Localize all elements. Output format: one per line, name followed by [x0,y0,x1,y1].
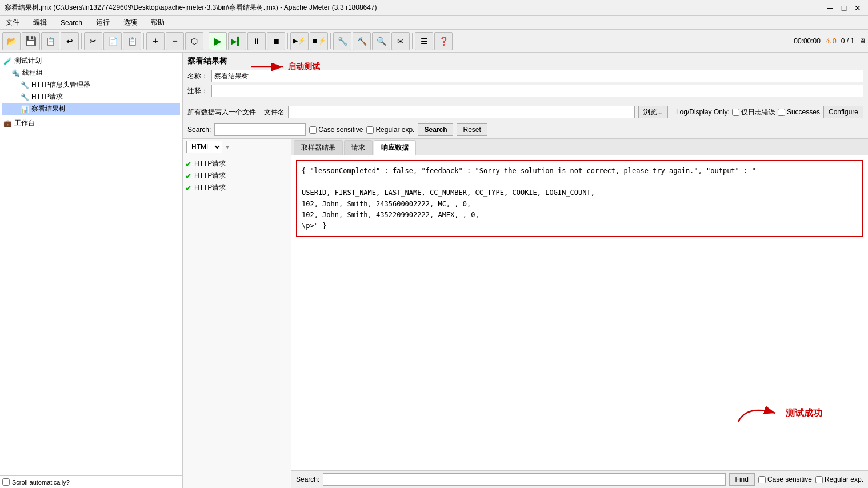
scroll-auto-row: Scroll automatically? [0,475,182,488]
log-errors-checkbox[interactable] [732,109,739,116]
file-row: 所有数据写入一个文件 文件名 浏览... Log/Display Only: 仅… [183,103,868,121]
case-sensitive-label[interactable]: Case sensitive [309,126,363,134]
tree-node-result-tree[interactable]: 📊 察看结果树 [2,103,180,115]
regular-exp-text: Regular exp. [375,126,414,134]
http-request-icon: 🔧 [21,93,29,101]
start-no-pause-button[interactable]: ▶▍ [228,32,246,50]
case-sensitive-checkbox[interactable] [309,126,317,134]
http-req3-label: HTTP请求 [194,183,226,193]
tree-node-thread-group[interactable]: 🔩 线程组 [2,67,180,79]
tool1-button[interactable]: 🔧 [333,32,351,50]
bottom-regular-exp-label[interactable]: Regular exp. [815,475,863,483]
window-controls: ─ □ ✕ [825,2,863,14]
http-request-item-2[interactable]: ✔ HTTP请求 [185,170,289,182]
search-button[interactable]: Search [418,123,453,136]
open-button[interactable]: 📂 [2,32,21,50]
tree-node-test-plan[interactable]: 🧪 测试计划 [2,55,180,67]
bottom-case-sensitive-checkbox[interactable] [758,476,766,483]
comment-row: 注释： [187,85,863,97]
tool2-button[interactable]: 🔨 [353,32,371,50]
menu-file[interactable]: 文件 [2,17,23,29]
result-tree-icon: 📊 [21,105,29,113]
menu-help[interactable]: 帮助 [147,17,168,29]
bottom-bar: Search: Find Case sensitive Regular exp. [291,470,868,488]
comment-input[interactable] [211,85,863,97]
configure-button[interactable]: Configure [823,106,863,118]
result-tree-label: 察看结果树 [31,104,66,114]
warning-count: 0 [833,37,837,45]
help-toolbar-button[interactable]: ❓ [434,32,453,50]
thread-group-label: 线程组 [22,68,43,78]
copy-button[interactable]: 📄 [103,32,122,50]
request-count: 0 / 1 [841,37,854,45]
mail-button[interactable]: ✉ [391,32,410,50]
tree-node-http-header[interactable]: 🔧 HTTP信息头管理器 [2,79,180,91]
http-req2-label: HTTP请求 [194,171,226,181]
minimize-btn[interactable]: ─ [825,2,836,14]
search-toolbar-button[interactable]: 🔍 [372,32,390,50]
bottom-search-input[interactable] [323,473,725,486]
browse-button[interactable]: 浏览... [638,106,668,118]
successes-checkbox[interactable] [778,109,785,116]
filename-input[interactable] [288,106,635,118]
stop-button[interactable]: ⏹ [267,32,285,50]
menu-search[interactable]: Search [57,18,86,28]
bottom-regular-exp-checkbox[interactable] [815,476,823,483]
save-button[interactable]: 💾 [22,32,40,50]
log-errors-label[interactable]: 仅日志错误 [732,107,775,117]
menu-edit[interactable]: 编辑 [30,17,50,29]
revert-button[interactable]: ↩ [61,32,79,50]
sep2 [143,33,144,49]
case-sensitive-text: Case sensitive [318,126,363,134]
remote-start-all-button[interactable]: ▶⚡ [290,32,309,50]
sep3 [206,33,206,49]
cut-button[interactable]: ✂ [84,32,102,50]
timer-value: 00:00:00 [794,37,821,45]
save-as-button[interactable]: 📋 [41,32,59,50]
scroll-auto-label[interactable]: Scroll automatically? [12,479,70,486]
list-button[interactable]: ☰ [415,32,433,50]
http-req1-label: HTTP请求 [194,159,226,169]
sep1 [81,33,82,49]
tree-node-http-request[interactable]: 🔧 HTTP请求 [2,91,180,103]
bottom-regular-exp-text: Regular exp. [825,475,863,483]
find-button[interactable]: Find [729,473,755,486]
scroll-auto-checkbox[interactable] [2,478,10,486]
format-select[interactable]: HTML JSON XML Text [186,141,222,153]
add-button[interactable]: + [146,32,165,50]
search-input[interactable] [214,123,306,136]
tab-response-data[interactable]: 响应数据 [374,140,416,155]
bottom-search-label: Search: [296,475,319,483]
tab-request[interactable]: 请求 [344,140,373,155]
maximize-btn[interactable]: □ [838,2,850,14]
tree-area: 🧪 测试计划 🔩 线程组 🔧 HTTP信息头管理器 🔧 HTTP请求 📊 察看 [0,53,182,475]
remote-stop-all-button[interactable]: ⏹⚡ [310,32,328,50]
bottom-case-sensitive-text: Case sensitive [767,475,812,483]
paste-button[interactable]: 📋 [123,32,141,50]
expand-button[interactable]: ⬡ [185,32,203,50]
bottom-case-sensitive-label[interactable]: Case sensitive [758,475,812,483]
menu-options[interactable]: 选项 [120,17,141,29]
menu-run[interactable]: 运行 [93,17,113,29]
http-request-item-3[interactable]: ✔ HTTP请求 [185,182,289,194]
name-label: 名称： [187,71,208,81]
content-area: HTML JSON XML Text ▼ ✔ HTTP请求 [183,139,868,488]
close-btn[interactable]: ✕ [852,2,863,14]
tree-node-workbench[interactable]: 💼 工作台 [2,117,180,129]
name-input[interactable] [211,70,863,82]
remote-icon: 🖥 [859,37,866,45]
http-request-item-1[interactable]: ✔ HTTP请求 [185,158,289,170]
regular-exp-checkbox[interactable] [366,126,374,134]
comment-label: 注释： [187,86,208,96]
pause-button[interactable]: ⏸ [247,32,266,50]
titlebar: 察看结果树.jmx (C:\Users\ln13277429609\Deskto… [0,0,868,16]
tab-sampler-result[interactable]: 取样器结果 [294,140,343,155]
test-plan-icon: 🧪 [3,57,12,65]
reset-button[interactable]: Reset [457,123,487,136]
successes-label[interactable]: Successes [778,108,820,116]
workbench-icon: 💼 [3,119,12,127]
regular-exp-label[interactable]: Regular exp. [366,126,414,134]
start-button[interactable]: ▶ [209,32,227,50]
remove-button[interactable]: − [166,32,184,50]
all-data-label: 所有数据写入一个文件 [187,107,256,117]
